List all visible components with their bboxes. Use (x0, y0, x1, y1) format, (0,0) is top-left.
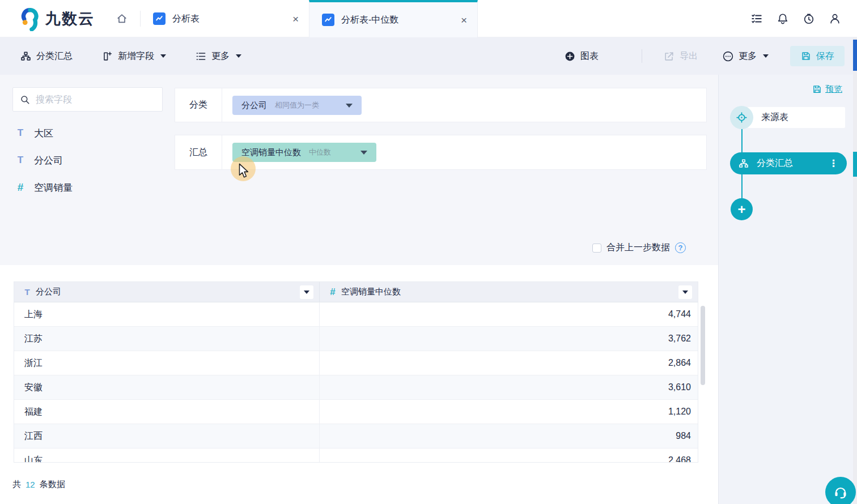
tab-close-icon[interactable]: × (292, 14, 299, 24)
field-item-ac-sales[interactable]: # 空调销量 (15, 178, 151, 197)
save-button[interactable]: 保存 (790, 46, 845, 66)
classify-summary-node[interactable]: 分类汇总 ⋮ (730, 152, 847, 174)
column-dropdown-button[interactable] (678, 285, 692, 299)
chart-button[interactable]: 图表 (565, 50, 599, 62)
field-item-region[interactable]: T 大区 (15, 123, 151, 143)
save-label: 保存 (816, 50, 834, 62)
toolbar-left: 分类汇总 新增字段 更多 (20, 37, 241, 75)
list-icon (196, 51, 206, 62)
sitemap-icon (739, 159, 749, 169)
chevron-down-icon (160, 54, 166, 58)
text-field-icon: T (23, 287, 31, 297)
field-name: 大区 (34, 127, 53, 140)
add-field-label: 新增字段 (118, 50, 154, 62)
tab-close-icon[interactable]: × (461, 15, 467, 25)
text-field-icon: T (15, 155, 26, 166)
preview-link[interactable]: 预览 (812, 84, 842, 95)
support-chat-button[interactable] (825, 477, 856, 504)
result-table-section: T 分公司 # 空调销量中位数 上海 4,744 江苏 3,762 浙江 2,8… (0, 265, 718, 504)
more-dots-icon[interactable]: ⋮ (829, 157, 838, 169)
search-input[interactable] (36, 95, 149, 105)
export-icon (664, 51, 674, 62)
table-row: 福建 1,120 (14, 400, 698, 424)
notifications-bell-icon[interactable] (777, 12, 789, 25)
cell-value: 2,864 (320, 351, 698, 375)
plus-circle-icon (565, 51, 575, 62)
table-row: 山东 2,468 (14, 449, 698, 463)
chip-field-name: 空调销量中位数 (241, 147, 301, 158)
cell-branch: 江西 (14, 424, 320, 448)
table-row: 江苏 3,762 (14, 327, 698, 351)
summary-field-chip[interactable]: 空调销量中位数 中位数 (232, 143, 376, 162)
column-label: 空调销量中位数 (341, 287, 401, 297)
category-label: 分类 (175, 88, 222, 122)
app-logo[interactable]: 九数云 (19, 0, 95, 37)
more-right-label: 更多 (739, 50, 757, 62)
chevron-down-icon[interactable] (346, 104, 353, 108)
more-left-label: 更多 (211, 50, 230, 62)
cell-value: 2,468 (320, 449, 698, 463)
table-scrollbar-thumb[interactable] (701, 306, 705, 385)
field-item-branch[interactable]: T 分公司 (15, 151, 151, 170)
count-prefix: 共 (12, 479, 21, 490)
category-config-panel: 分类 分公司 相同值为一类 (175, 88, 707, 122)
merge-previous-row: 合并上一步数据 ? (592, 242, 686, 254)
chevron-down-icon (763, 54, 769, 58)
preview-label: 预览 (825, 84, 842, 95)
merge-checkbox[interactable] (592, 244, 601, 253)
field-search-box[interactable] (12, 87, 163, 112)
tab-analysis-table[interactable]: 分析表 × (141, 0, 309, 37)
add-step-button[interactable]: + (731, 198, 753, 220)
task-list-icon[interactable] (750, 12, 763, 25)
tab-chart-icon (153, 12, 166, 25)
classify-summary-button[interactable]: 分类汇总 (20, 50, 73, 62)
edge-teal-mark (853, 152, 857, 177)
tab-label: 分析表-中位数 (341, 14, 454, 26)
ellipsis-circle-icon (723, 51, 733, 62)
chip-mode-label: 相同值为一类 (275, 100, 319, 110)
column-header-median[interactable]: # 空调销量中位数 (320, 282, 698, 302)
add-field-button[interactable]: 新增字段 (102, 50, 166, 62)
table-row: 上海 4,744 (14, 302, 698, 327)
cell-value: 3,762 (320, 327, 698, 351)
chevron-down-icon[interactable] (360, 151, 367, 155)
column-dropdown-button[interactable] (300, 285, 313, 299)
tab-chart-icon (322, 14, 334, 26)
tab-label: 分析表 (172, 13, 286, 25)
logo-text: 九数云 (45, 8, 95, 29)
cell-value: 984 (320, 424, 698, 448)
add-field-icon (102, 51, 113, 62)
history-clock-icon[interactable] (803, 12, 815, 25)
export-button[interactable]: 导出 (664, 50, 698, 62)
row-count-footer: 共 12 条数据 (12, 479, 65, 490)
number-field-icon: # (329, 287, 337, 298)
more-actions-button[interactable]: 更多 (723, 50, 769, 62)
row-count: 12 (26, 480, 35, 489)
field-name: 分公司 (34, 154, 63, 167)
column-label: 分公司 (36, 287, 61, 297)
help-question-icon[interactable]: ? (675, 242, 686, 253)
source-target-icon[interactable] (730, 106, 753, 129)
cell-branch: 安徽 (14, 375, 320, 399)
search-icon (20, 95, 30, 105)
flow-panel: 预览 来源表 分类汇总 ⋮ + (718, 75, 857, 504)
cell-value: 3,610 (320, 375, 698, 399)
column-header-branch[interactable]: T 分公司 (14, 282, 320, 302)
chip-mode-label: 中位数 (309, 147, 331, 157)
cell-branch: 山东 (14, 449, 320, 463)
tab-analysis-table-median[interactable]: 分析表-中位数 × (309, 0, 478, 37)
home-button[interactable] (109, 0, 135, 37)
sitemap-icon (20, 51, 31, 62)
cell-branch: 江苏 (14, 327, 320, 351)
node-label: 分类汇总 (757, 157, 793, 169)
chip-field-name: 分公司 (241, 100, 267, 111)
headset-icon (833, 484, 848, 500)
top-bar: 九数云 分析表 × 分析表-中位数 × (0, 0, 857, 37)
account-user-icon[interactable] (829, 12, 841, 25)
field-name: 空调销量 (34, 181, 73, 194)
category-field-chip[interactable]: 分公司 相同值为一类 (232, 96, 362, 115)
source-table-node[interactable]: 来源表 (748, 107, 845, 128)
more-menu-button[interactable]: 更多 (196, 50, 241, 62)
topbar-actions (750, 0, 841, 37)
save-floppy-icon (801, 51, 811, 61)
